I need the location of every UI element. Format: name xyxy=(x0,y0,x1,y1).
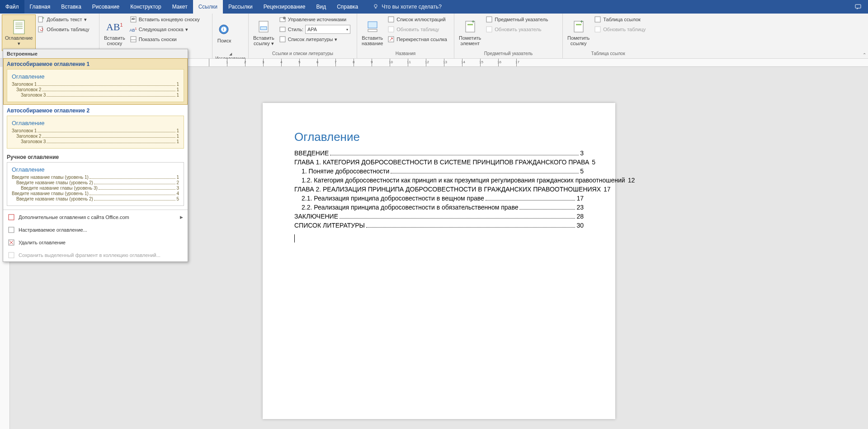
list-figures-button[interactable]: Список иллюстраций xyxy=(386,14,449,24)
svg-point-20 xyxy=(283,17,286,19)
collapse-ribbon-icon[interactable]: ⌃ xyxy=(863,52,866,57)
toc-entry[interactable]: ГЛАВА 1. КАТЕГОРИЯ ДОБРОСОВЕСТНОСТИ В СИ… xyxy=(294,159,584,166)
toc-entry[interactable]: ГЛАВА 2. РЕАЛИЗАЦИЯ ПРИНЦИПА ДОБРОСОВЕСТ… xyxy=(294,186,584,193)
svg-rect-1 xyxy=(855,5,861,8)
citation-icon xyxy=(256,20,271,34)
toc-entry[interactable]: 1.2. Категория добросовестности как прин… xyxy=(294,177,584,184)
cross-reference-button[interactable]: Перекрестная ссылка xyxy=(386,34,449,44)
bibliography-button[interactable]: Список литературы ▾ xyxy=(277,34,352,44)
toc-entry[interactable]: ЗАКЛЮЧЕНИЕ 28 xyxy=(294,213,584,220)
menu-tab-ссылки[interactable]: Ссылки xyxy=(193,0,223,14)
svg-rect-26 xyxy=(388,27,394,32)
remove-toc-icon xyxy=(8,239,15,246)
svg-rect-36 xyxy=(595,17,600,22)
menu-bar: ФайлГлавнаяВставкаРисованиеКонструкторМа… xyxy=(0,0,868,14)
tell-me-search[interactable]: Что вы хотите сделать? xyxy=(373,4,442,10)
menu-tab-рецензирование[interactable]: Рецензирование xyxy=(258,0,311,14)
update-toa-button: Обновить таблицу xyxy=(592,24,647,34)
text-cursor xyxy=(294,234,295,242)
next-footnote-button[interactable]: AB1Следующая сноска ▾ xyxy=(128,24,202,34)
mark-citation-icon: + xyxy=(571,20,586,34)
svg-point-0 xyxy=(374,5,377,7)
svg-rect-25 xyxy=(388,17,394,22)
feedback-icon[interactable] xyxy=(848,0,868,14)
custom-toc-icon xyxy=(8,226,15,233)
insert-caption-button[interactable]: Вставить название xyxy=(359,14,386,51)
svg-rect-23 xyxy=(368,22,377,28)
svg-rect-12 xyxy=(131,37,136,42)
insert-index-button[interactable]: Предметный указатель xyxy=(484,14,550,24)
insert-toa-button[interactable]: Таблица ссылок xyxy=(592,14,647,24)
toc-entry[interactable]: 1. Понятие добросовестности 5 xyxy=(294,168,584,175)
biblio-icon xyxy=(279,36,286,43)
toc-icon xyxy=(12,20,26,34)
update-toc-button[interactable]: Обновить таблицу xyxy=(36,24,91,34)
show-footnotes-button[interactable]: Показать сноски xyxy=(128,34,202,44)
menu-tab-макет[interactable]: Макет xyxy=(167,0,193,14)
menu-tab-конструктор[interactable]: Конструктор xyxy=(125,0,166,14)
search-button[interactable]: i Поиск xyxy=(214,14,234,51)
menu-tab-вставка[interactable]: Вставка xyxy=(56,0,87,14)
menu-tab-главная[interactable]: Главная xyxy=(24,0,56,14)
svg-text:+: + xyxy=(580,20,583,25)
svg-rect-2 xyxy=(14,20,24,34)
menu-tab-справка[interactable]: Справка xyxy=(331,0,363,14)
toc-gallery-dropdown: Встроенные Автособираемое оглавление 1 О… xyxy=(3,49,188,262)
svg-text:ab: ab xyxy=(132,17,135,20)
update-icon xyxy=(387,26,395,33)
toa-icon xyxy=(594,16,601,23)
svg-rect-43 xyxy=(9,252,14,258)
svg-rect-37 xyxy=(595,27,600,32)
menu-tab-рисование[interactable]: Рисование xyxy=(87,0,125,14)
add-text-button[interactable]: +Добавить текст ▾ xyxy=(36,14,91,24)
index-icon xyxy=(486,16,493,23)
mark-citation-button[interactable]: + Пометить ссылку xyxy=(565,14,592,51)
search-icon: i xyxy=(217,23,231,37)
show-notes-icon xyxy=(130,36,137,43)
toc-entry[interactable]: СПИСОК ЛИТЕРАТУРЫ 30 xyxy=(294,222,584,229)
toc-button[interactable]: Оглавление▾ xyxy=(2,14,36,51)
office-icon xyxy=(8,214,15,221)
manage-sources-button[interactable]: Управление источниками xyxy=(277,14,352,24)
update-captions-button: Обновить таблицу xyxy=(386,24,449,34)
menu-tab-рассылки[interactable]: Рассылки xyxy=(223,0,258,14)
style-combobox[interactable]: APA▾ xyxy=(305,25,350,34)
svg-text:+: + xyxy=(472,20,475,25)
more-toc-office[interactable]: Дополнительные оглавления с сайта Office… xyxy=(3,211,188,224)
toc-entry[interactable]: 2.1. Реализация принципа добросовестност… xyxy=(294,195,584,202)
insert-endnote-button[interactable]: abВставить концевую сноску xyxy=(128,14,202,24)
svg-rect-32 xyxy=(486,27,492,32)
custom-toc[interactable]: Настраиваемое оглавление... xyxy=(3,224,188,236)
gallery-manual-toc[interactable]: Ручное оглавление Оглавление Введите наз… xyxy=(3,151,188,209)
update-icon xyxy=(38,26,45,33)
svg-rect-39 xyxy=(9,227,14,233)
endnote-icon: ab xyxy=(130,16,137,23)
svg-rect-24 xyxy=(368,29,377,32)
menu-tab-файл[interactable]: Файл xyxy=(0,0,24,14)
svg-rect-31 xyxy=(486,17,492,22)
svg-rect-22 xyxy=(280,37,285,42)
toc-entry[interactable]: 2.2. Реализация принципа добросовестност… xyxy=(294,204,584,211)
gallery-auto-toc-2[interactable]: Автособираемое оглавление 2 Оглавление З… xyxy=(3,105,188,151)
svg-rect-21 xyxy=(280,27,285,32)
svg-text:+: + xyxy=(42,16,44,20)
update-index-button: Обновить указатель xyxy=(484,24,550,34)
caption-icon xyxy=(365,20,380,34)
update-icon xyxy=(486,26,493,33)
menu-tab-вид[interactable]: Вид xyxy=(311,0,331,14)
remove-toc[interactable]: Удалить оглавление xyxy=(3,236,188,249)
toc-entry[interactable]: ВВЕДЕНИЕ 3 xyxy=(294,149,584,157)
update-icon xyxy=(594,26,601,33)
svg-rect-38 xyxy=(9,214,14,220)
gallery-auto-toc-1[interactable]: Автособираемое оглавление 1 Оглавление З… xyxy=(3,58,188,105)
next-footnote-icon: AB1 xyxy=(130,26,137,33)
insert-footnote-button[interactable]: AB1 Вставить сноску xyxy=(101,14,128,51)
insert-citation-button[interactable]: Вставить ссылку ▾ xyxy=(250,14,277,51)
tell-me-text: Что вы хотите сделать? xyxy=(382,4,442,10)
lightbulb-icon xyxy=(373,4,379,10)
list-fig-icon xyxy=(387,16,395,23)
page: Оглавление ВВЕДЕНИЕ 3ГЛАВА 1. КАТЕГОРИЯ … xyxy=(263,103,615,419)
citation-style[interactable]: Стиль: APA▾ xyxy=(277,24,352,34)
style-icon xyxy=(279,26,286,33)
mark-entry-button[interactable]: + Пометить элемент xyxy=(456,14,484,51)
